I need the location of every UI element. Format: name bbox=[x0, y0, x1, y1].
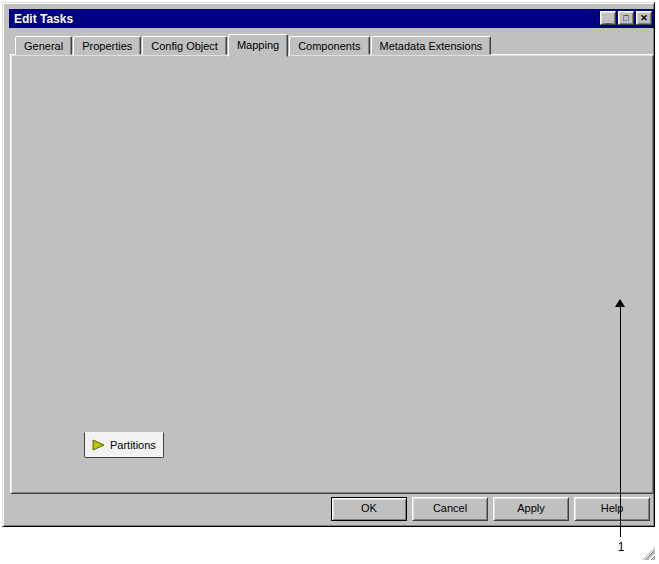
title-bar[interactable]: Edit Tasks _ □ ✕ bbox=[9, 9, 654, 28]
tab-mapping[interactable]: Mapping bbox=[228, 34, 288, 57]
ok-button[interactable]: OK bbox=[331, 497, 407, 521]
window-title: Edit Tasks bbox=[14, 12, 73, 26]
tab-partitions-bottom[interactable]: Partitions bbox=[84, 432, 164, 458]
tab-config-object[interactable]: Config Object bbox=[142, 36, 227, 55]
help-button[interactable]: Help bbox=[574, 497, 650, 521]
resize-grip-icon[interactable] bbox=[642, 547, 655, 560]
maximize-icon: □ bbox=[623, 14, 628, 23]
close-icon: ✕ bbox=[640, 14, 648, 23]
mapping-tab-panel bbox=[10, 54, 654, 494]
close-button[interactable]: ✕ bbox=[636, 11, 652, 25]
tab-strip: General Properties Config Object Mapping… bbox=[15, 34, 492, 55]
tab-general[interactable]: General bbox=[15, 36, 72, 55]
cancel-button[interactable]: Cancel bbox=[412, 497, 488, 521]
minimize-button[interactable]: _ bbox=[600, 11, 616, 25]
apply-button[interactable]: Apply bbox=[493, 497, 569, 521]
tab-metadata-extensions[interactable]: Metadata Extensions bbox=[371, 36, 492, 55]
maximize-button[interactable]: □ bbox=[618, 11, 634, 25]
callout-line bbox=[620, 306, 621, 537]
callout-label: 1 bbox=[611, 540, 631, 554]
minimize-icon: _ bbox=[605, 16, 610, 25]
tab-properties[interactable]: Properties bbox=[73, 36, 141, 55]
tab-components[interactable]: Components bbox=[289, 36, 369, 55]
partitions-icon bbox=[92, 439, 105, 451]
